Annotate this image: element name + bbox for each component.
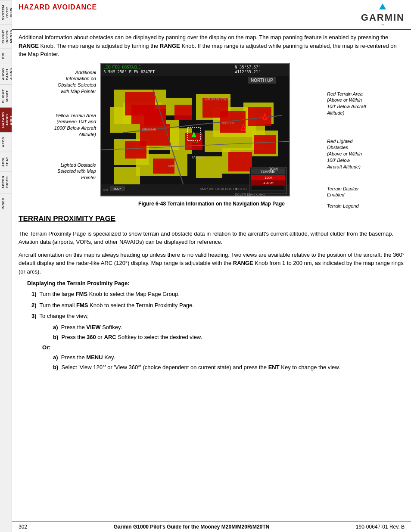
svg-rect-35: [248, 107, 271, 126]
svg-text:-1030ft: -1030ft: [263, 181, 274, 185]
sub-steps-view: a) Press the VIEW Softkey. b) Press the …: [42, 323, 405, 342]
svg-text:FAIRWAY: FAIRWAY: [192, 156, 205, 159]
range-knob-ref-2: RANGE: [160, 43, 180, 49]
sidebar-tab-system[interactable]: SYSTEMOVERVIEW: [0, 0, 12, 25]
steps-list: 1) Turn the large FMS Knob to select the…: [31, 290, 405, 320]
sub-step-3a: a) Press the VIEW Softkey.: [53, 323, 405, 332]
or-label: Or:: [42, 344, 405, 351]
range-knob-ref-1: RANGE: [19, 43, 39, 49]
svg-text:KINGMAN: KINGMAN: [142, 128, 156, 131]
svg-text:LIGHTED OBSTACLE: LIGHTED OBSTACLE: [103, 65, 141, 69]
page-content: Additional information about obstacles c…: [12, 33, 411, 378]
annotation-yellow-terrain: Yellow Terrain Area(Between 100' and1000…: [54, 112, 96, 138]
figure-right-annotations: Red Terrain Area(Above or Within100' Bel…: [325, 63, 405, 196]
displaying-heading-text: Displaying the Terrain Proximity Page:: [27, 280, 129, 286]
svg-rect-21: [174, 105, 192, 120]
svg-text:20NM: 20NM: [269, 168, 277, 171]
figure-left-annotations: AdditionalInformation onObstacle Selecte…: [19, 63, 98, 196]
annotation-obstacle-info: AdditionalInformation onObstacle Selecte…: [58, 69, 96, 95]
svg-text:ER: ER: [103, 188, 108, 192]
sidebar-tab-index[interactable]: INDEX: [0, 193, 12, 214]
annotation-terrain-legend: Terrain Legend: [327, 203, 359, 209]
main-content: HAZARD AVOIDANCE GARMIN ™ Additional inf…: [12, 0, 411, 378]
page-footer: 302 Garmin G1000 Pilot's Guide for the M…: [12, 521, 411, 532]
intro-paragraph: Additional information about obstacles c…: [19, 33, 405, 59]
page-header: HAZARD AVOIDANCE GARMIN ™: [12, 0, 411, 30]
sidebar-tab-eis[interactable]: EIS: [0, 48, 12, 63]
svg-text:WALGREEN/OLDE: WALGREEN/OLDE: [205, 98, 231, 101]
sidebar-tab-hazard[interactable]: HAZARDAVOIDANCE: [0, 107, 12, 132]
svg-text:W112°35.21': W112°35.21': [235, 70, 261, 74]
footer-right-text: 190-00647-01 Rev. B: [356, 524, 405, 530]
garmin-logo: GARMIN ™: [361, 3, 405, 27]
sidebar-tab-appendices[interactable]: APPENDICES: [0, 171, 12, 193]
section-title: TERRAIN PROXIMITY PAGE: [19, 215, 405, 225]
svg-text:3.5NM   258°   ELEV 6247FT: 3.5NM 258° ELEV 6247FT: [103, 70, 155, 74]
sidebar-tab-audio[interactable]: AUDIOPANEL& CNS: [0, 63, 12, 84]
step-2: 2) Turn the small FMS Knob to select the…: [31, 301, 405, 310]
alt-step-b: b) Select 'View 120°' or 'View 360°' (ch…: [53, 363, 405, 372]
terrain-map-svg: LIGHTED OBSTACLE 3.5NM 258° ELEV 6247FT …: [101, 64, 290, 196]
range-knob-ref-3: RANGE: [233, 260, 253, 266]
svg-rect-20: [144, 109, 166, 126]
figure-wrapper: AdditionalInformation onObstacle Selecte…: [19, 63, 405, 196]
step-3: 3) To change the view,: [31, 312, 405, 320]
svg-rect-22: [125, 141, 146, 159]
sidebar-tab-additional[interactable]: ADDLFEAT: [0, 152, 12, 171]
garmin-logo-text: GARMIN: [361, 12, 405, 23]
annotation-terrain-display: Terrain DisplayEnabled: [327, 186, 358, 199]
map-display: LIGHTED OBSTACLE 3.5NM 258° ELEV 6247FT …: [100, 63, 290, 196]
footer-center-text: Garmin G1000 Pilot's Guide for the Moone…: [114, 524, 270, 530]
svg-rect-32: [196, 156, 222, 178]
alt-steps: a) Press the MENU Key. b) Select 'View 1…: [42, 353, 405, 372]
footer-page-number: 302: [19, 524, 27, 530]
sub-step-3b: b) Press the 360 or ARC Softkey to selec…: [53, 333, 405, 342]
svg-rect-37: [228, 152, 252, 171]
page-title: HAZARD AVOIDANCE: [19, 3, 97, 11]
svg-text:-100ft: -100ft: [264, 176, 273, 180]
section-paragraph-1: The Terrain Proximity Page is specialize…: [19, 230, 405, 246]
svg-rect-16: [114, 167, 140, 184]
svg-text:N 35°57.67': N 35°57.67': [235, 65, 261, 69]
garmin-triangle-icon: [379, 3, 386, 9]
section-paragraph-2: Aircraft orientation on this map is alwa…: [19, 251, 405, 276]
svg-rect-64: [251, 185, 285, 190]
annotation-red-terrain: Red Terrain Area(Above or Within100' Bel…: [327, 91, 366, 116]
sidebar: SYSTEMOVERVIEW FLIGHTINSTRUMENTS EIS AUD…: [0, 0, 12, 532]
svg-rect-36: [254, 135, 276, 154]
annotation-red-lighted: Red LightedObstacles(Above or Within100'…: [327, 138, 362, 170]
svg-text:KIRBY: KIRBY: [168, 165, 177, 168]
svg-text:NORTH UP: NORTH UP: [251, 78, 273, 83]
garmin-tm: ™: [381, 23, 385, 27]
step-1: 1) Turn the large FMS Knob to select the…: [31, 290, 405, 299]
sidebar-tab-afcs[interactable]: AFCS: [0, 132, 12, 152]
svg-text:MAP WPT AUX NRST ■ □ □ □: MAP WPT AUX NRST ■ □ □ □: [200, 187, 247, 191]
svg-text:MAP: MAP: [113, 187, 121, 191]
sidebar-tab-flight-instruments[interactable]: FLIGHTINSTRUMENTS: [0, 25, 12, 48]
svg-text:BUTTER: BUTTER: [222, 121, 234, 124]
annotation-lighted-obstacle: Lighted ObstacleSelected with MapPointer: [57, 162, 96, 181]
displaying-heading: Displaying the Terrain Proximity Page:: [27, 280, 405, 286]
alt-step-a: a) Press the MENU Key.: [53, 353, 405, 362]
sidebar-tab-flight-management[interactable]: FLIGHTMGMT: [0, 84, 12, 107]
